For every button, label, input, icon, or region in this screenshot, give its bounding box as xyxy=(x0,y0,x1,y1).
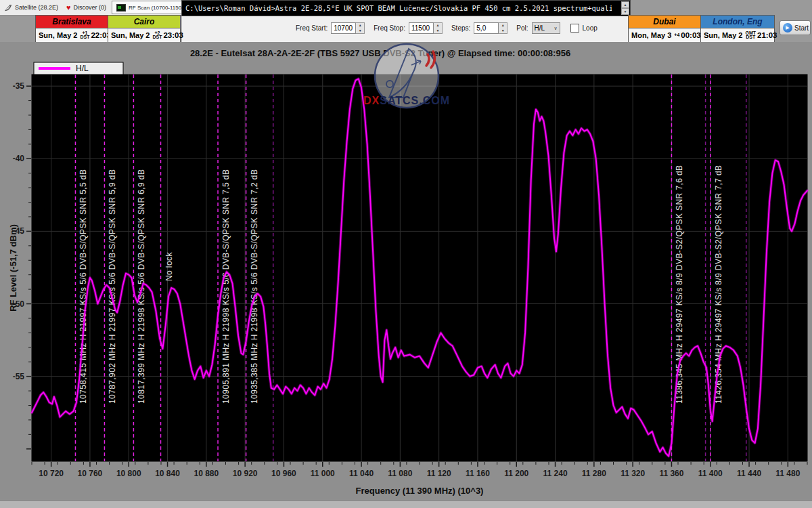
svg-text:11 040: 11 040 xyxy=(349,469,374,478)
console-path-text: C:\Users\Roman Dávid>Astra 2E-28,5°E_UK … xyxy=(185,4,612,12)
plot-area xyxy=(32,75,807,461)
svg-text:11 400: 11 400 xyxy=(698,469,723,478)
start-button-label: Start xyxy=(794,24,809,32)
freq-stop-label: Freq Stop: xyxy=(374,24,405,32)
freq-start-input[interactable]: 10700 ▲▼ xyxy=(331,22,365,34)
svg-text:11 320: 11 320 xyxy=(621,469,645,478)
clock-london: London, Eng Sun, May 2 GMT DST 21:03 xyxy=(700,15,775,42)
freq-start-label: Freq Start: xyxy=(296,24,328,32)
app-window: Satellite (28.2E) ♥ Discover (0) RF Scan… xyxy=(0,0,812,508)
svg-text:11 360: 11 360 xyxy=(659,469,683,478)
freq-start-spinner[interactable]: ▲▼ xyxy=(356,22,365,34)
clock-zone: DST xyxy=(152,35,162,39)
pol-label: Pol: xyxy=(516,24,528,32)
tab-discover-label: Discover (0) xyxy=(74,4,107,11)
svg-text:11 120: 11 120 xyxy=(427,469,451,478)
svg-text:11 480: 11 480 xyxy=(775,469,800,478)
svg-text:11 240: 11 240 xyxy=(543,469,568,478)
svg-text:-40: -40 xyxy=(13,154,25,163)
svg-text:10 800: 10 800 xyxy=(116,469,141,478)
svg-text:11 280: 11 280 xyxy=(582,469,606,478)
freq-stop-input[interactable]: 11500 ▲▼ xyxy=(409,22,443,34)
clock-dubai: Dubai Mon, May 3 +4 00:03 xyxy=(628,15,701,42)
svg-text:11 440: 11 440 xyxy=(737,469,761,478)
spectrum-chart-svg: 28.2E - Eutelsat 28A-2A-2E-2F (TBS 5927 … xyxy=(0,42,812,500)
clock-zone: DST xyxy=(80,35,89,39)
clock-bratislava: Bratislava Sun, May 2 +1 DST 22:03 xyxy=(35,15,108,42)
svg-text:10 880: 10 880 xyxy=(194,469,219,478)
loop-label: Loop xyxy=(583,24,597,32)
tab-bar: Satellite (28.2E) ♥ Discover (0) RF Scan… xyxy=(0,0,181,16)
dxsatcs-logo-text: DXSATCS.COM xyxy=(363,95,450,106)
steps-input[interactable]: 5,0 ▲▼ xyxy=(474,22,508,34)
clock-date: Mon, May 3 xyxy=(631,31,671,39)
svg-text:11 000: 11 000 xyxy=(311,469,335,478)
clock-zone: DST xyxy=(746,35,755,39)
pol-select[interactable]: H/L ∨ xyxy=(532,22,560,34)
play-icon: ▶ xyxy=(783,23,792,33)
satellite-dish-icon xyxy=(4,3,12,12)
marker-label: No lock xyxy=(164,252,174,281)
clock-city: Cairo xyxy=(108,16,180,28)
console-title-bar: C:\Users\Roman Dávid>Astra 2E-28,5°E_UK … xyxy=(181,0,631,16)
legend: H/L xyxy=(34,62,123,75)
svg-text:10 920: 10 920 xyxy=(233,469,258,478)
clock-time: 00:03 xyxy=(681,31,700,39)
svg-text:11 080: 11 080 xyxy=(388,469,412,478)
console-scrollbar[interactable]: ▲ ▼ xyxy=(621,1,629,16)
freq-stop-spinner[interactable]: ▲▼ xyxy=(434,22,443,34)
tab-satellite[interactable]: Satellite (28.2E) xyxy=(0,0,62,15)
tab-discover[interactable]: ♥ Discover (0) xyxy=(62,0,110,15)
svg-text:10 840: 10 840 xyxy=(155,469,180,478)
scroll-up-icon[interactable]: ▲ xyxy=(621,1,629,8)
clock-city: Dubai xyxy=(629,16,700,28)
svg-text:-35: -35 xyxy=(13,81,25,91)
steps-label: Steps: xyxy=(451,24,470,32)
svg-text:10 720: 10 720 xyxy=(39,469,64,478)
steps-spinner[interactable]: ▲▼ xyxy=(499,22,508,34)
clock-offset: +4 xyxy=(674,33,679,37)
x-axis-title: Frequency (11 390 MHz) (10^3) xyxy=(356,486,484,496)
svg-text:11 160: 11 160 xyxy=(466,469,490,478)
svg-text:10 760: 10 760 xyxy=(78,469,103,478)
scan-controls: Freq Start: 10700 ▲▼ Freq Stop: 11500 ▲▼… xyxy=(181,16,631,42)
y-axis-title: RF Level (-51,7 dBm) xyxy=(8,224,18,312)
spectrum-chart: 28.2E - Eutelsat 28A-2A-2E-2F (TBS 5927 … xyxy=(0,42,812,500)
window-bottom-edge xyxy=(0,500,812,508)
start-button[interactable]: ▶ Start xyxy=(780,20,811,35)
clock-time: 23:03 xyxy=(163,31,183,39)
heart-icon: ♥ xyxy=(66,4,71,12)
tab-satellite-label: Satellite (28.2E) xyxy=(15,4,58,11)
scroll-down-icon[interactable]: ▼ xyxy=(621,8,629,15)
clock-cairo: Cairo Sun, May 2 +2 DST 23:03 xyxy=(108,15,181,42)
loop-checkbox[interactable] xyxy=(570,24,579,33)
chevron-down-icon: ∨ xyxy=(554,26,557,31)
clock-city: London, Eng xyxy=(701,16,774,28)
svg-text:10 960: 10 960 xyxy=(271,469,296,478)
top-bar: Satellite (28.2E) ♥ Discover (0) RF Scan… xyxy=(0,0,812,42)
svg-text:11 200: 11 200 xyxy=(504,469,528,478)
clock-date: Sun, May 2 xyxy=(111,31,150,39)
legend-label: H/L xyxy=(76,64,89,73)
rf-scan-icon xyxy=(116,4,126,12)
clock-time: 21:03 xyxy=(757,31,777,39)
clock-city: Bratislava xyxy=(36,16,108,28)
marker-label: 10935,385 MHz H 21998 KS/s 5/6 DVB-S/QPS… xyxy=(250,169,259,404)
svg-text:-55: -55 xyxy=(13,372,25,381)
clock-date: Sun, May 2 xyxy=(704,31,742,39)
clock-date: Sun, May 2 xyxy=(39,31,77,39)
